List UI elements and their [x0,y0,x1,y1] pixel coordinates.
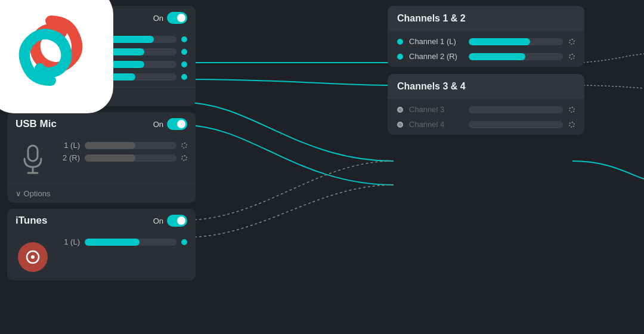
channels-12-body: Channel 1 (L) Channel 2 (R) [388,31,584,67]
channels-34-title: Channels 3 & 4 [388,74,584,99]
usb-mic-channels: 1 (L) 2 (R) [56,141,187,162]
usb-mic-toggle-label: On [153,120,163,129]
itunes-icon [16,240,50,274]
channels-12-title: Channels 1 & 2 [388,6,584,31]
usb-mic-title: USB Mic [16,118,57,130]
itunes-channels: 1 (L) [56,237,187,246]
usb-mic-card: USB Mic On 1 (L) [7,112,196,203]
itunes-body: 1 (L) [7,233,196,280]
table-row: Channel 4 [397,120,575,129]
channel-dot [181,143,187,149]
channels-12-card: Channels 1 & 2 Channel 1 (L) Channel 2 (… [388,6,584,67]
channel-dot [181,61,187,67]
table-row: Channel 3 [397,105,575,114]
channel-dot [181,49,187,55]
output-dot [397,122,403,128]
table-row: 2 (R) [56,153,187,162]
mic-icon [16,143,50,178]
output-end-dot [569,107,575,113]
table-row: 1 (L) [56,237,187,246]
itunes-title: iTunes [16,215,48,227]
passthru-toggle-container: On [153,12,187,24]
output-dot [397,107,403,113]
usb-mic-options[interactable]: ∨ Options [7,184,196,203]
channel-dot [181,155,187,161]
usb-mic-toggle[interactable] [167,118,187,130]
output-end-dot [569,54,575,60]
channel-dot [181,239,187,245]
itunes-card: iTunes On 1 (L) [7,209,196,280]
itunes-toggle[interactable] [167,215,187,227]
output-end-dot [569,39,575,45]
app-logo [0,0,113,113]
channel-dot [181,36,187,42]
output-dot [397,54,403,60]
output-dot [397,39,403,45]
itunes-header: iTunes On [7,209,196,233]
itunes-toggle-container: On [153,215,187,227]
usb-mic-header: USB Mic On [7,112,196,136]
usb-mic-body: 1 (L) 2 (R) [7,136,196,184]
table-row: Channel 1 (L) [397,37,575,46]
table-row: 1 (L) [56,141,187,150]
channels-34-card: Channels 3 & 4 Channel 3 Channel 4 [388,74,584,135]
passthru-toggle-label: On [153,14,163,23]
usb-mic-toggle-container: On [153,118,187,130]
table-row: Channel 2 (R) [397,52,575,61]
passthru-toggle[interactable] [167,12,187,24]
svg-rect-3 [28,146,38,161]
svg-point-8 [31,255,35,259]
itunes-toggle-label: On [153,217,163,225]
channel-dot [181,74,187,80]
channels-34-body: Channel 3 Channel 4 [388,99,584,135]
output-end-dot [569,122,575,128]
